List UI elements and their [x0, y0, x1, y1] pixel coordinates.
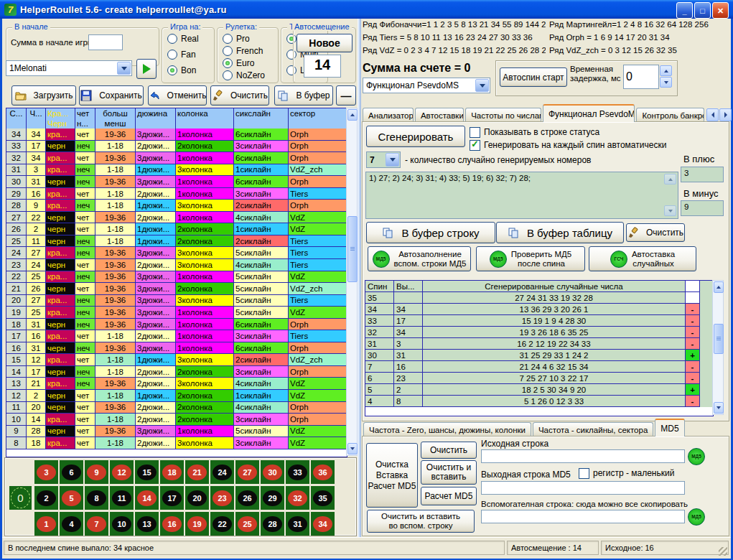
roulette-cell-1[interactable]: 1: [34, 512, 58, 536]
roulette-cell-31[interactable]: 31: [286, 512, 309, 536]
table-row[interactable]: 313кра...неч1-181дюжи...3колонка1сиклайн…: [6, 164, 347, 177]
roulette-cell-24[interactable]: 24: [210, 460, 234, 484]
generated-table-scrollbar[interactable]: [712, 280, 724, 415]
profile-combo[interactable]: 1Melonati: [6, 60, 132, 76]
new-offset-button[interactable]: Новое: [297, 34, 353, 52]
table-row[interactable]: 3031черннеч19-363дюжи...1колонка6сиклайн…: [6, 176, 347, 188]
generated-scroll-down[interactable]: [664, 205, 676, 216]
frequency-tab-0[interactable]: Частота - Zero, шансы, дюжины, колонки: [363, 422, 531, 437]
roulette-cell-2[interactable]: 2: [34, 486, 58, 510]
play-button[interactable]: [136, 59, 157, 79]
auto-generate-checkbox[interactable]: Генерировать на каждый спин автоматическ…: [470, 140, 666, 151]
roulette-cell-21[interactable]: 21: [185, 460, 209, 484]
checkbox-checked-icon[interactable]: [470, 140, 480, 151]
close-button[interactable]: ✕: [712, 2, 729, 19]
minimize-button[interactable]: _: [676, 2, 693, 19]
md5-clear-insert-button[interactable]: Очистить и вставить: [421, 460, 477, 485]
roulette-cell-13[interactable]: 13: [135, 512, 159, 536]
tab-0[interactable]: Анализатор: [363, 108, 414, 122]
tab-1[interactable]: Автоставки: [415, 108, 464, 122]
table-row[interactable]: 2511черннеч1-181дюжи...2колонка2сиклайнT…: [6, 235, 347, 248]
copy-row-button[interactable]: В буфер строку: [366, 222, 495, 243]
table-row[interactable]: 1417черннеч1-182дюжи...2колонка3сиклайнO…: [6, 366, 347, 378]
table-row[interactable]: 262чернчет1-181дюжи...2колонка1сиклайнVd…: [6, 223, 347, 235]
mode-combo[interactable]: Функционал PsevdoMS: [363, 78, 490, 93]
roulette-cell-15[interactable]: 15: [135, 460, 159, 484]
roulette-cell-23[interactable]: 23: [210, 486, 234, 510]
table-row[interactable]: 122чернчет1-181дюжи...2колонка1сиклайнVd…: [6, 390, 347, 402]
table-row[interactable]: 2916кра...чет1-182дюжи...1колонка3сиклай…: [6, 188, 347, 200]
chevron-down-icon[interactable]: [475, 79, 489, 92]
delay-input[interactable]: 0: [623, 65, 659, 89]
table-row[interactable]: 2225кра...неч19-363дюжи...1колонка5сикла…: [6, 271, 347, 284]
md5-big-button[interactable]: Очистка Вставка Расчет MD5: [366, 443, 418, 508]
roulette-cell-18[interactable]: 18: [160, 460, 184, 484]
radio-icon[interactable]: [223, 46, 233, 56]
spin-down-icon[interactable]: [660, 77, 672, 88]
radio-bon[interactable]: Bon: [167, 65, 196, 75]
roulette-cell-26[interactable]: 26: [235, 486, 259, 510]
radio-euro[interactable]: Euro: [223, 58, 254, 68]
table-row[interactable]: 1716кра...чет1-182дюжи...1колонка3сиклай…: [6, 330, 347, 342]
generated-row[interactable]: 3527 24 31 33 19 32 28: [365, 292, 713, 304]
roulette-cell-4[interactable]: 4: [60, 512, 83, 536]
table-row[interactable]: 1831черннеч19-363дюжи...1колонка6сиклайн…: [6, 319, 347, 331]
radio-icon[interactable]: [167, 65, 177, 75]
roulette-cell-20[interactable]: 20: [185, 486, 209, 510]
table-row[interactable]: 1321кра...неч19-362дюжи...3колонка4сикла…: [6, 378, 347, 390]
toolbar-button-5[interactable]: —: [336, 85, 356, 106]
roulette-cell-12[interactable]: 12: [110, 460, 134, 484]
chevron-down-icon[interactable]: [117, 62, 131, 75]
roulette-cell-3[interactable]: 3: [34, 460, 58, 484]
chevron-down-icon[interactable]: [386, 153, 399, 167]
toolbar-button-0[interactable]: Загрузить: [11, 85, 76, 106]
roulette-zero-cell[interactable]: 0: [9, 486, 32, 510]
roulette-cell-30[interactable]: 30: [261, 460, 284, 484]
radio-icon[interactable]: [167, 50, 177, 60]
md5-aux-icon-button[interactable]: МД5: [688, 508, 705, 526]
toolbar-button-2[interactable]: Отменить: [148, 85, 207, 106]
table-row[interactable]: 3434кра...чет19-363дюжи...1колонка6сикла…: [6, 129, 347, 141]
table-row[interactable]: 1925кра...неч19-363дюжи...1колонка5сикла…: [6, 307, 347, 319]
radio-icon[interactable]: [223, 70, 233, 80]
roulette-cell-5[interactable]: 5: [60, 486, 83, 510]
start-sum-input[interactable]: [88, 34, 123, 50]
generated-row[interactable]: 331715 19 1 9 4 28 30-: [365, 315, 713, 327]
table-row[interactable]: 1014кра...чет1-182дюжи...2колонка3сиклай…: [6, 414, 347, 426]
roulette-cell-34[interactable]: 34: [311, 512, 335, 536]
table-row[interactable]: 289кра...неч1-181дюжи...3колонка2сиклайн…: [6, 200, 347, 212]
tab-scroll-arrows[interactable]: [706, 108, 732, 121]
table-row[interactable]: 1631черннеч19-363дюжи...1колонка6сиклайн…: [6, 342, 347, 355]
table-row[interactable]: 2324чернчет19-362дюжи...3колонка4сиклайн…: [6, 259, 347, 271]
radio-nozero[interactable]: NoZero: [223, 70, 265, 80]
md5-action-button-2[interactable]: ГСЧАвтоставка случайных: [589, 246, 696, 271]
table-row[interactable]: 2427кра...неч19-363дюжи...3колонка5сикла…: [6, 247, 347, 259]
md5-clear-button[interactable]: Очистить: [421, 442, 477, 459]
generated-row[interactable]: 323419 3 26 18 6 35 25-: [365, 327, 713, 338]
roulette-cell-33[interactable]: 33: [286, 460, 309, 484]
toolbar-button-3[interactable]: Очистить: [210, 85, 269, 106]
delay-spinner[interactable]: [660, 65, 672, 88]
table-row[interactable]: 3234кра...чет19-363дюжи...1колонка6сикла…: [6, 152, 347, 164]
roulette-cell-10[interactable]: 10: [110, 512, 134, 536]
scroll-down-icon[interactable]: [714, 402, 724, 414]
md5-source-icon-button[interactable]: МД5: [688, 448, 705, 465]
roulette-cell-27[interactable]: 27: [235, 460, 259, 484]
tab-scroll-right-icon[interactable]: [719, 108, 732, 121]
radio-pro[interactable]: Pro: [223, 34, 250, 44]
frequency-tab-1[interactable]: Частота - сиклайны, сектора: [533, 422, 653, 437]
roulette-cell-28[interactable]: 28: [261, 512, 284, 536]
generated-row[interactable]: 343413 36 29 3 20 26 1-: [365, 304, 713, 315]
radio-icon[interactable]: [167, 34, 177, 44]
md5-calc-button[interactable]: Расчет MD5: [421, 487, 477, 505]
count-combo[interactable]: 7: [366, 151, 401, 168]
tab-4[interactable]: Контроль банкро: [636, 108, 704, 122]
history-scrollbar[interactable]: [346, 108, 358, 456]
table-row[interactable]: 818кра...чет1-182дюжи...3колонка3сиклайн…: [6, 437, 347, 449]
radio-icon[interactable]: [223, 58, 233, 68]
generated-row[interactable]: 485 1 26 0 12 3 33-: [365, 396, 713, 407]
radio-real[interactable]: Real: [167, 34, 199, 44]
roulette-cell-36[interactable]: 36: [311, 460, 335, 484]
copy-table-button[interactable]: В буфер таблицу: [496, 222, 624, 243]
resize-grip[interactable]: [719, 547, 727, 556]
